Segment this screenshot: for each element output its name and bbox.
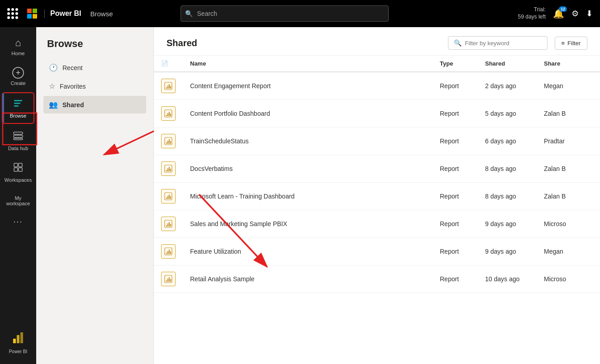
table-row[interactable]: Sales and Marketing Sample PBIX Report 9… <box>154 210 600 238</box>
table-row[interactable]: Content Portfolio Dashboard Report 5 day… <box>154 100 600 128</box>
svg-rect-9 <box>19 168 22 171</box>
download-button[interactable]: ⬇ <box>586 9 593 19</box>
filter-keyword-input[interactable] <box>465 40 542 47</box>
svg-rect-41 <box>169 222 170 227</box>
row-name[interactable]: Feature Utilization <box>183 238 433 265</box>
settings-button[interactable]: ⚙ <box>571 9 579 19</box>
notifications-button[interactable]: 🔔 12 <box>553 8 564 19</box>
filter-button[interactable]: ≡ Filter <box>555 37 587 50</box>
col-header-icon[interactable]: 📄 <box>154 56 183 72</box>
items-table-wrapper: 📄 Name Type Shared Share <box>154 56 600 364</box>
row-shared-by: Zalan B <box>537 183 600 210</box>
notification-badge: 12 <box>559 6 567 12</box>
col-header-sharedby[interactable]: Share <box>537 56 600 72</box>
page-title: Browse <box>90 10 113 18</box>
workspaces-icon <box>13 162 24 175</box>
nav-item-myworkspace-label: Myworkspace <box>6 195 30 206</box>
nav-item-home-label: Home <box>11 51 24 56</box>
nav-item-datahub[interactable]: Data hub <box>2 126 34 156</box>
nav-item-create[interactable]: + Create <box>2 62 34 90</box>
search-input[interactable] <box>181 5 389 22</box>
col-header-name[interactable]: Name <box>183 56 433 72</box>
filter-button-label: Filter <box>567 40 581 47</box>
row-type: Report <box>433 238 478 265</box>
svg-rect-5 <box>14 138 23 140</box>
col-header-shared[interactable]: Shared <box>478 56 537 72</box>
svg-rect-19 <box>166 115 167 116</box>
svg-rect-49 <box>166 280 167 282</box>
row-type: Report <box>433 183 478 210</box>
row-name[interactable]: Microsoft Learn - Training Dashboard <box>183 183 433 210</box>
row-shared-by: Zalan B <box>537 155 600 183</box>
table-row[interactable]: Microsoft Learn - Training Dashboard Rep… <box>154 183 600 210</box>
report-icon <box>161 189 176 203</box>
row-name[interactable]: DocsVerbatims <box>183 155 433 183</box>
row-name[interactable]: TrainScheduleStatus <box>183 128 433 155</box>
svg-rect-29 <box>166 170 167 171</box>
nav-item-browse[interactable]: Browse <box>2 92 34 124</box>
nav-item-myworkspace[interactable]: Myworkspace <box>2 191 34 211</box>
svg-rect-34 <box>166 198 167 199</box>
svg-rect-45 <box>167 251 168 254</box>
table-row[interactable]: Content Engagement Report Report 2 days … <box>154 72 600 100</box>
row-shared-date: 10 days ago <box>478 265 537 293</box>
home-icon: ⌂ <box>15 37 21 49</box>
svg-rect-30 <box>167 168 168 171</box>
svg-rect-47 <box>170 251 171 254</box>
svg-rect-6 <box>14 163 18 167</box>
nav-item-more[interactable]: ··· <box>2 213 34 231</box>
svg-rect-31 <box>169 167 170 171</box>
svg-rect-10 <box>13 339 16 343</box>
row-type: Report <box>433 265 478 293</box>
row-shared-date: 6 days ago <box>478 128 537 155</box>
svg-rect-52 <box>170 279 171 282</box>
svg-rect-44 <box>166 253 167 254</box>
table-row[interactable]: TrainScheduleStatus Report 6 days ago Pr… <box>154 128 600 155</box>
app-body: ⌂ Home + Create Browse <box>0 27 600 364</box>
row-name[interactable]: Content Engagement Report <box>183 72 433 100</box>
row-name[interactable]: Sales and Marketing Sample PBIX <box>183 210 433 238</box>
row-name[interactable]: Content Portfolio Dashboard <box>183 100 433 128</box>
main-header: Shared 🔍 ≡ Filter <box>154 27 600 56</box>
col-header-type[interactable]: Type <box>433 56 478 72</box>
nav-item-home[interactable]: ⌂ Home <box>2 33 34 61</box>
row-shared-by: Megan <box>537 238 600 265</box>
nav-item-workspaces[interactable]: Workspaces <box>2 157 34 187</box>
report-icon <box>161 79 176 93</box>
nav-right-actions: Trial: 59 days left 🔔 12 ⚙ ⬇ <box>518 6 593 20</box>
sidebar-item-recent[interactable]: 🕐 Recent <box>43 59 146 76</box>
table-header-row: 📄 Name Type Shared Share <box>154 56 600 72</box>
table-row[interactable]: Retail Analysis Sample Report 10 days ag… <box>154 265 600 293</box>
row-name[interactable]: Retail Analysis Sample <box>183 265 433 293</box>
filter-search-icon: 🔍 <box>454 39 462 47</box>
svg-rect-11 <box>17 335 19 343</box>
report-icon <box>161 217 176 231</box>
sidebar-item-favorites[interactable]: ☆ Favorites <box>43 77 146 95</box>
row-type: Report <box>433 72 478 100</box>
powerbi-logo-icon <box>11 331 25 347</box>
sidebar-item-shared[interactable]: 👥 Shared <box>43 96 146 113</box>
row-icon-cell <box>154 100 183 128</box>
row-icon-cell <box>154 265 183 293</box>
table-row[interactable]: DocsVerbatims Report 8 days ago Zalan B <box>154 155 600 183</box>
sidebar: Browse 🕐 Recent ☆ Favorites 👥 Shared <box>36 27 154 364</box>
row-type: Report <box>433 100 478 128</box>
svg-rect-8 <box>14 168 18 171</box>
svg-rect-35 <box>167 196 168 199</box>
datahub-icon <box>13 130 24 144</box>
nav-item-browse-label: Browse <box>10 113 27 118</box>
app-launcher-icon[interactable] <box>7 8 18 19</box>
row-shared-by: Microso <box>537 265 600 293</box>
search-bar[interactable]: 🔍 <box>181 5 389 22</box>
svg-rect-20 <box>167 113 168 116</box>
row-shared-date: 8 days ago <box>478 155 537 183</box>
filter-input-wrapper[interactable]: 🔍 <box>448 36 548 50</box>
row-shared-by: Megan <box>537 72 600 100</box>
search-icon: 🔍 <box>185 10 193 17</box>
row-shared-by: Pradtar <box>537 128 600 155</box>
row-type: Report <box>433 128 478 155</box>
svg-rect-25 <box>167 141 168 144</box>
microsoft-logo <box>27 9 37 19</box>
svg-rect-42 <box>170 224 171 227</box>
table-row[interactable]: Feature Utilization Report 9 days ago Me… <box>154 238 600 265</box>
